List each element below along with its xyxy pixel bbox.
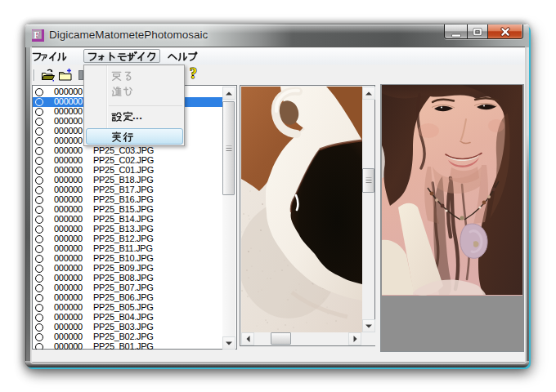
svg-text:F: F [34, 29, 39, 41]
svg-text:?: ? [190, 67, 197, 81]
